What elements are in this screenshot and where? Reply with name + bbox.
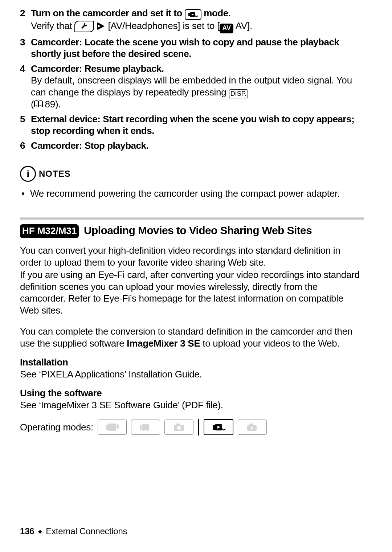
section-heading: HF M32/M31 Uploading Movies to Video Sha… (20, 224, 364, 238)
step-description: By default, onscreen displays will be em… (31, 74, 364, 110)
photo-playback-mode-icon (238, 420, 267, 435)
installation-heading: Installation (20, 356, 364, 368)
operating-modes-row: Operating modes: (20, 419, 364, 436)
model-badge: HF M32/M31 (20, 224, 79, 238)
step-heading: Camcorder: Stop playback. (31, 140, 364, 152)
operating-modes-label: Operating modes: (20, 421, 93, 433)
step-heading: Camcorder: Locate the scene you wish to … (31, 36, 364, 60)
step-4: 4 Camcorder: Resume playback. By default… (20, 63, 364, 110)
step-heading: Turn on the camcorder and set it to mode… (31, 7, 364, 20)
page-number: 136 (20, 526, 34, 536)
installation-body: See ‘PIXELA Applications’ Installation G… (20, 368, 364, 380)
step-5: 5 External device: Start recording when … (20, 113, 364, 137)
notes-header: i NOTES (20, 166, 364, 182)
svg-rect-15 (249, 424, 253, 426)
section-paragraph: You can convert your high-definition vid… (20, 245, 364, 268)
wrench-menu-icon (74, 21, 94, 32)
svg-rect-0 (188, 13, 190, 16)
disp-button-icon: DISP. (229, 89, 248, 99)
using-software-heading: Using the software (20, 387, 364, 399)
step-2: 2 Turn on the camcorder and set it to mo… (20, 7, 364, 33)
av-badge: AV (220, 24, 233, 33)
software-name: ImageMixer 3 SE (127, 338, 200, 349)
using-software-body: See ‘ImageMixer 3 SE Software Guide’ (PD… (20, 399, 364, 411)
movie-playback-mode-icon (204, 419, 233, 435)
step-3: 3 Camcorder: Locate the scene you wish t… (20, 36, 364, 60)
notes-list: We recommend powering the camcorder usin… (20, 188, 364, 200)
svg-point-10 (177, 426, 181, 430)
navigate-arrow-icon (97, 22, 105, 30)
svg-rect-7 (142, 424, 149, 430)
svg-rect-9 (176, 424, 180, 426)
chapter-name: External Connections (46, 526, 127, 536)
step-number: 3 (20, 36, 31, 60)
svg-rect-11 (213, 425, 215, 430)
page-footer: 136 ◆ External Connections (20, 526, 127, 537)
note-item: We recommend powering the camcorder usin… (30, 188, 364, 200)
numbered-steps: 2 Turn on the camcorder and set it to mo… (20, 7, 364, 151)
step-number: 4 (20, 63, 31, 110)
step-number: 2 (20, 7, 31, 33)
auto-mode-icon (98, 420, 127, 435)
step-heading: External device: Start recording when th… (31, 113, 364, 137)
playback-mode-icon (185, 9, 201, 20)
section-title: Uploading Movies to Video Sharing Web Si… (84, 224, 312, 236)
mode-group-divider (198, 419, 199, 436)
svg-rect-5 (108, 424, 116, 431)
notes-label: NOTES (39, 168, 71, 179)
photo-mode-icon (164, 420, 193, 435)
section-divider (20, 217, 364, 220)
footer-separator-icon: ◆ (38, 528, 42, 534)
step-number: 6 (20, 140, 31, 152)
section-paragraph: If you are using an Eye-Fi card, after c… (20, 269, 364, 316)
svg-rect-6 (140, 425, 142, 430)
step-description: Verify that [AV/Headphones] is set to [A… (31, 20, 364, 33)
step-number: 5 (20, 113, 31, 137)
page-reference-icon (34, 100, 45, 107)
section-paragraph: You can complete the conversion to stand… (20, 326, 364, 349)
step-6: 6 Camcorder: Stop playback. (20, 140, 364, 152)
manual-record-mode-icon (131, 420, 160, 435)
svg-rect-4 (106, 425, 108, 430)
info-icon: i (20, 166, 36, 182)
step-heading: Camcorder: Resume playback. (31, 63, 364, 75)
